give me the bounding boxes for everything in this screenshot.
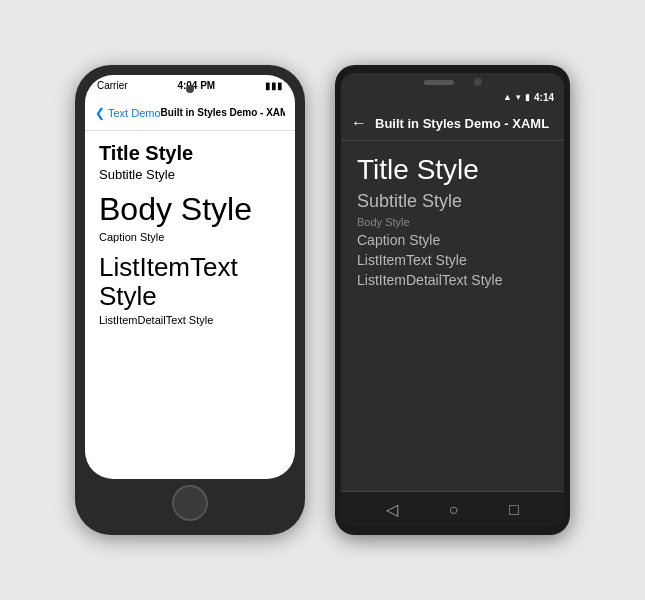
android-content: Title Style Subtitle Style Body Style Ca… [341, 141, 564, 491]
android-nav-bar: ◁ ○ □ [341, 491, 564, 527]
ios-content: Title Style Subtitle Style Body Style Ca… [85, 131, 295, 479]
ios-back-button[interactable]: ❮ Text Demo [95, 106, 161, 120]
android-screen: ▲ ▾ ▮ 4:14 ← Built in Styles Demo - XAML… [341, 73, 564, 527]
ios-listitem-style-text: ListItemTextStyle [99, 253, 281, 310]
ios-carrier: Carrier [97, 80, 128, 91]
android-home-nav-icon[interactable]: ○ [449, 501, 459, 519]
android-phone: ▲ ▾ ▮ 4:14 ← Built in Styles Demo - XAML… [335, 65, 570, 535]
ios-battery: ▮▮▮ [265, 80, 283, 91]
android-speaker [424, 80, 454, 85]
ios-home-button[interactable] [172, 485, 208, 521]
ios-phone: Carrier 4:04 PM ▮▮▮ ❮ Text Demo Built in… [75, 65, 305, 535]
ios-subtitle-style-text: Subtitle Style [99, 167, 281, 182]
android-recent-nav-icon[interactable]: □ [509, 501, 519, 519]
ios-nav-title: Built in Styles Demo - XAML [161, 107, 285, 118]
android-time: 4:14 [534, 92, 554, 103]
chevron-left-icon: ❮ [95, 106, 105, 120]
android-battery-icon: ▮ [525, 92, 530, 102]
ios-title-style-text: Title Style [99, 141, 281, 165]
android-toolbar: ← Built in Styles Demo - XAML [341, 106, 564, 141]
android-camera-dot [474, 78, 482, 86]
ios-nav-bar: ❮ Text Demo Built in Styles Demo - XAML [85, 95, 295, 131]
ios-caption-style-text: Caption Style [99, 231, 281, 243]
ios-screen: Carrier 4:04 PM ▮▮▮ ❮ Text Demo Built in… [85, 75, 295, 479]
android-status-icons: ▲ ▾ ▮ 4:14 [503, 92, 554, 103]
ios-camera-dot [186, 85, 194, 93]
ios-body-style-text: Body Style [99, 192, 281, 227]
ios-listitemdetail-style-text: ListItemDetailText Style [99, 314, 281, 326]
android-listitemdetail-style-text: ListItemDetailText Style [357, 272, 548, 288]
ios-time: 4:04 PM [177, 80, 215, 91]
android-subtitle-style-text: Subtitle Style [357, 191, 548, 212]
android-camera-area [341, 73, 564, 88]
android-toolbar-title: Built in Styles Demo - XAML [375, 116, 549, 131]
android-title-style-text: Title Style [357, 153, 548, 187]
android-back-nav-icon[interactable]: ◁ [386, 500, 398, 519]
android-caption-style-text: Caption Style [357, 232, 548, 248]
android-status-bar: ▲ ▾ ▮ 4:14 [341, 88, 564, 106]
android-back-button[interactable]: ← [351, 114, 367, 132]
android-wifi-icon: ▾ [516, 92, 521, 102]
ios-back-label: Text Demo [108, 107, 161, 119]
android-body-style-text: Body Style [357, 216, 548, 228]
android-listitem-style-text: ListItemText Style [357, 252, 548, 268]
android-signal-icon: ▲ [503, 92, 512, 102]
